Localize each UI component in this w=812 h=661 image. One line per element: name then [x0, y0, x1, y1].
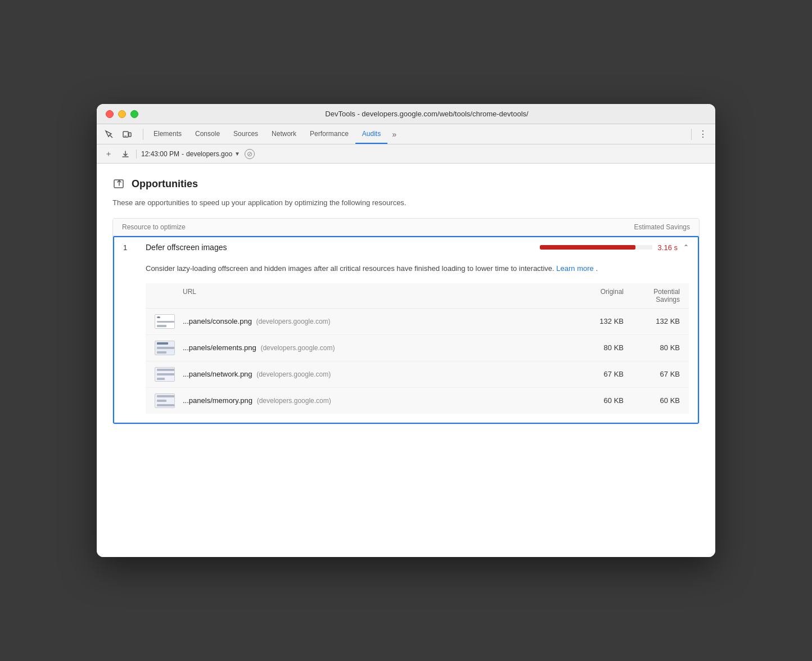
minimize-button[interactable]: [118, 110, 126, 118]
url-text: developers.goo: [186, 150, 232, 158]
row-detail: Consider lazy-loading offscreen and hidd…: [114, 257, 698, 423]
title-bar: DevTools - developers.google.com/web/too…: [97, 104, 715, 124]
devtools-tabs: Elements Console Sources Network Perform…: [147, 124, 688, 144]
url-main-memory: ...panels/memory.png: [183, 396, 252, 405]
tab-performance[interactable]: Performance: [303, 124, 355, 144]
tab-more-icon[interactable]: »: [387, 130, 401, 139]
row-savings: 3.16 s ⌃: [520, 243, 689, 252]
opportunities-icon: [112, 177, 126, 191]
savings-bar-container: [540, 245, 652, 250]
savings-memory: 60 KB: [624, 396, 680, 405]
row-number: 1: [123, 243, 146, 252]
window-title: DevTools - developers.google.com/web/too…: [147, 110, 706, 118]
svg-rect-2: [129, 133, 131, 137]
tab-sources[interactable]: Sources: [227, 124, 265, 144]
row-main-clickable[interactable]: 1 Defer offscreen images 3.16 s ⌃: [114, 237, 698, 257]
savings-elements: 80 KB: [624, 343, 680, 352]
stop-icon[interactable]: ⊘: [245, 149, 255, 159]
tab-console[interactable]: Console: [188, 124, 227, 144]
address-url[interactable]: 12:43:00 PM - developers.goo ▼: [141, 150, 240, 158]
header-savings: Estimated Savings: [521, 223, 690, 231]
sub-url-network: ...panels/network.png (developers.google…: [183, 370, 567, 378]
sub-table: URL Original PotentialSavings: [146, 283, 689, 414]
savings-network: 67 KB: [624, 370, 680, 378]
sub-row-elements: ...panels/elements.png (developers.googl…: [146, 335, 689, 361]
url-domain-memory: (developers.google.com): [257, 397, 331, 405]
opportunities-table: Resource to optimize Estimated Savings 1…: [112, 218, 700, 424]
sub-row-console: ...panels/console.png (developers.google…: [146, 309, 689, 335]
chevron-up-icon[interactable]: ⌃: [683, 243, 689, 251]
sub-header-savings: PotentialSavings: [624, 288, 680, 304]
savings-bar: [540, 245, 635, 250]
opportunities-title: Opportunities: [132, 178, 198, 190]
url-domain-console: (developers.google.com): [256, 318, 331, 325]
tab-elements[interactable]: Elements: [147, 124, 188, 144]
sub-table-header: URL Original PotentialSavings: [146, 283, 689, 309]
devtools-toolbar: Elements Console Sources Network Perform…: [97, 124, 715, 144]
savings-time-value: 3.16 s: [658, 243, 678, 252]
addr-divider: [136, 150, 137, 159]
sub-row-memory: ...panels/memory.png (developers.google.…: [146, 388, 689, 414]
original-network: 67 KB: [567, 370, 624, 378]
opportunities-description: These are opportunities to speed up your…: [112, 198, 700, 207]
devtools-window: DevTools - developers.google.com/web/too…: [97, 104, 715, 557]
close-button[interactable]: [106, 110, 114, 118]
inspect-icon[interactable]: [101, 126, 117, 142]
thumb-memory: [155, 393, 183, 408]
toolbar-divider: [143, 129, 143, 140]
maximize-button[interactable]: [130, 110, 138, 118]
download-icon[interactable]: [119, 148, 132, 160]
original-memory: 60 KB: [567, 396, 624, 405]
tab-network[interactable]: Network: [265, 124, 303, 144]
original-console: 132 KB: [567, 317, 624, 325]
sub-header-thumb: [155, 288, 183, 304]
device-icon[interactable]: [119, 126, 135, 142]
address-bar: ＋ 12:43:00 PM - developers.goo ▼ ⊘: [97, 144, 715, 164]
savings-console: 132 KB: [624, 317, 680, 325]
url-main-console: ...panels/console.png: [183, 317, 252, 325]
toolbar-icons: [101, 126, 135, 142]
svg-line-0: [110, 135, 112, 138]
url-main-elements: ...panels/elements.png: [183, 343, 256, 352]
url-time: 12:43:00 PM: [141, 150, 179, 158]
thumb-console: [155, 314, 183, 329]
sub-row-network: ...panels/network.png (developers.google…: [146, 361, 689, 388]
kebab-menu-button[interactable]: ⋮: [695, 126, 711, 142]
main-content: Opportunities These are opportunities to…: [97, 164, 715, 557]
new-tab-icon[interactable]: ＋: [102, 148, 115, 160]
opportunities-header: Opportunities: [112, 177, 700, 191]
sub-header-original: Original: [567, 288, 624, 304]
thumb-elements: [155, 341, 183, 355]
url-domain-elements: (developers.google.com): [260, 344, 335, 352]
sub-url-console: ...panels/console.png (developers.google…: [183, 317, 567, 325]
tab-audits[interactable]: Audits: [355, 124, 387, 144]
toolbar-right: ⋮: [688, 126, 711, 142]
url-separator: -: [182, 150, 184, 158]
thumb-network: [155, 367, 183, 382]
sub-url-elements: ...panels/elements.png (developers.googl…: [183, 343, 567, 352]
learn-more-link[interactable]: Learn more: [556, 264, 593, 273]
opportunity-row-1: 1 Defer offscreen images 3.16 s ⌃ Consid…: [113, 236, 699, 424]
sub-header-url: URL: [183, 288, 567, 304]
url-dropdown-icon[interactable]: ▼: [234, 151, 240, 157]
row-detail-description: Consider lazy-loading offscreen and hidd…: [146, 263, 689, 274]
row-title: Defer offscreen images: [146, 243, 520, 252]
url-domain-network: (developers.google.com): [256, 370, 331, 378]
toolbar-right-divider: [691, 129, 692, 140]
sub-url-memory: ...panels/memory.png (developers.google.…: [183, 396, 567, 405]
table-header-row: Resource to optimize Estimated Savings: [113, 219, 699, 236]
traffic-lights: [106, 110, 138, 118]
url-main-network: ...panels/network.png: [183, 370, 252, 378]
header-resource: Resource to optimize: [122, 223, 521, 231]
original-elements: 80 KB: [567, 343, 624, 352]
